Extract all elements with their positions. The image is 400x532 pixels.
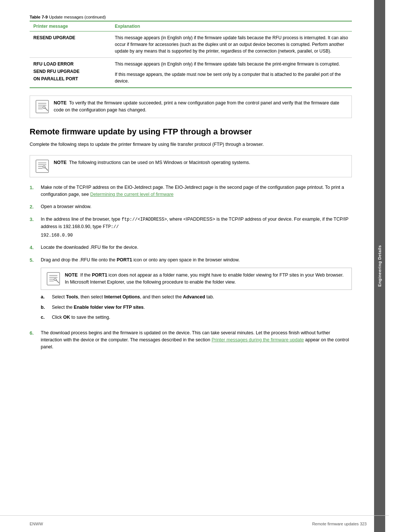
- note-box-port1: NOTE If the PORT1 icon does not appear a…: [41, 268, 352, 290]
- col-header-message: Printer message: [30, 21, 111, 31]
- section-heading: Remote firmware update by using FTP thro…: [30, 127, 352, 137]
- sub-content-c: Click OK to save the setting.: [52, 314, 110, 321]
- printer-messages-rfu: RFU LOAD ERROR SEND RFU UPGRADE ON PARAL…: [30, 58, 111, 88]
- svg-rect-0: [36, 100, 49, 113]
- section-intro: Complete the following steps to update t…: [30, 141, 352, 148]
- sub-content-b: Select the Enable folder view for FTP si…: [52, 304, 145, 311]
- note-text-2: NOTE The following instructions can be u…: [54, 159, 250, 166]
- note-icon-port1: [46, 272, 60, 286]
- step-1: 1. Make note of the TCP/IP address on th…: [30, 184, 352, 198]
- table-row: RESEND UPGRADE This message appears (in …: [30, 31, 352, 58]
- note-icon-2: [35, 159, 49, 173]
- port1-label: PORT1: [117, 257, 132, 262]
- main-content: Table 7-9 Update messages (continued) Pr…: [0, 0, 374, 532]
- step-content-1: Make note of the TCP/IP address on the E…: [41, 184, 352, 198]
- footer-right: Remote firmware updates 323: [312, 522, 367, 526]
- sub-label-a: a.: [41, 294, 48, 301]
- code-ftp-address: ftp://<IPADDRESS>: [121, 217, 167, 222]
- note-text-port1: NOTE If the PORT1 icon does not appear a…: [65, 272, 346, 286]
- step-content-3: In the address line of the browser, type…: [41, 216, 352, 239]
- table-caption: Table 7-9 Update messages (continued): [30, 15, 352, 19]
- step-4: 4. Locate the downloaded .RFU file for t…: [30, 244, 352, 251]
- message-parallel: ON PARALLEL PORT: [33, 76, 107, 82]
- link-firmware[interactable]: Determining the current level of firmwar…: [90, 192, 173, 197]
- step-5: 5. Drag and drop the .RFU file onto the …: [30, 257, 352, 324]
- code-ip-block: 192.168.0.90: [41, 232, 352, 239]
- note-box-2: NOTE The following instructions can be u…: [30, 155, 352, 177]
- sub-label-c: c.: [41, 314, 48, 321]
- update-messages-table: Printer message Explanation RESEND UPGRA…: [30, 21, 352, 88]
- step-number-2: 2.: [30, 203, 37, 211]
- col-header-explanation: Explanation: [111, 21, 352, 31]
- step-content-5: Drag and drop the .RFU file onto the POR…: [41, 257, 352, 324]
- svg-rect-12: [47, 272, 60, 285]
- sub-step-a: a. Select Tools, then select Internet Op…: [41, 294, 352, 301]
- step-number-6: 6.: [30, 329, 37, 337]
- note-label-port1: NOTE: [65, 272, 78, 278]
- explanation-send-rfu: If this message appears, the update must…: [115, 71, 348, 84]
- step-2: 2. Open a browser window.: [30, 203, 352, 211]
- sidebar-tab: Engineering Details: [374, 0, 385, 532]
- svg-point-5: [43, 106, 45, 108]
- step-content-2: Open a browser window.: [41, 203, 352, 210]
- message-send-rfu: SEND RFU UPGRADE: [33, 68, 107, 75]
- note-icon-1: [35, 100, 49, 114]
- step-content-4: Locate the downloaded .RFU file for the …: [41, 244, 352, 251]
- page-footer: ENWW Remote firmware updates 323: [0, 515, 389, 532]
- footer-left: ENWW: [30, 522, 43, 526]
- explanation-rfu: This message appears (in English only) i…: [111, 58, 352, 88]
- svg-rect-6: [36, 160, 49, 173]
- note-box-1: NOTE To verify that the firmware update …: [30, 96, 352, 118]
- step-number-3: 3.: [30, 216, 37, 223]
- step-number-1: 1.: [30, 184, 37, 191]
- sub-steps-5: a. Select Tools, then select Internet Op…: [41, 294, 352, 321]
- sub-step-b: b. Select the Enable folder view for FTP…: [41, 304, 352, 311]
- svg-point-17: [54, 278, 56, 281]
- step-6: 6. The download process begins and the f…: [30, 329, 352, 351]
- link-printer-messages[interactable]: Printer messages during the firmware upd…: [211, 337, 304, 342]
- step-number-4: 4.: [30, 244, 37, 251]
- sidebar-tab-label: Engineering Details: [377, 245, 382, 287]
- step-content-6: The download process begins and the firm…: [41, 329, 352, 351]
- message-rfu-load: RFU LOAD ERROR: [33, 61, 107, 67]
- sub-content-a: Select Tools, then select Internet Optio…: [52, 294, 214, 301]
- step-3: 3. In the address line of the browser, t…: [30, 216, 352, 239]
- sub-label-b: b.: [41, 304, 48, 311]
- code-ftp-prefix: FTP://: [103, 224, 119, 230]
- svg-point-11: [43, 166, 45, 168]
- page-container: Table 7-9 Update messages (continued) Pr…: [0, 0, 400, 532]
- explanation-rfu-load: This message appears (in English only) i…: [115, 61, 348, 67]
- explanation-resend: This message appears (in English only) i…: [111, 31, 352, 58]
- printer-message-resend: RESEND UPGRADE: [30, 31, 111, 58]
- note-text-1: NOTE To verify that the firmware update …: [54, 100, 346, 114]
- table-row: RFU LOAD ERROR SEND RFU UPGRADE ON PARAL…: [30, 58, 352, 88]
- sub-step-c: c. Click OK to save the setting.: [41, 314, 352, 321]
- steps-list: 1. Make note of the TCP/IP address on th…: [30, 184, 352, 351]
- step-number-5: 5.: [30, 257, 37, 264]
